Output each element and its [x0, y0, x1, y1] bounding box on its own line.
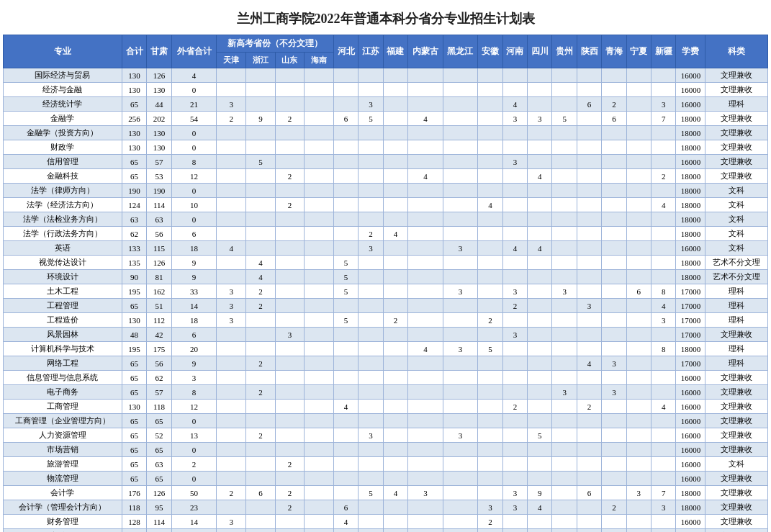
cell-waisheng: 54: [171, 112, 217, 126]
cell-xinjiang: [651, 385, 676, 400]
cell-sichuan: [528, 328, 552, 342]
cell-xinjiang: 3: [651, 97, 676, 112]
cell-anhui: [478, 284, 502, 299]
cell-zhejiang: 2: [246, 385, 276, 400]
cell-henan: [502, 443, 527, 457]
cell-jiangsu: [359, 256, 383, 270]
cell-zhejiang: [246, 184, 276, 198]
cell-waisheng: 12: [171, 400, 217, 414]
cell-xf: 18000: [676, 529, 705, 533]
cell-fujian: [383, 256, 407, 270]
cell-henan: 4: [502, 241, 527, 256]
header-xinjiang: 新疆: [651, 35, 676, 68]
cell-zhejiang: [246, 227, 276, 241]
cell-anhui: [478, 155, 502, 169]
table-row: 金融学256202542926543356718000文理兼收: [4, 112, 768, 126]
cell-sichuan: 9: [528, 486, 552, 500]
cell-sichuan: 4: [528, 500, 552, 515]
cell-heilongjiang: [443, 97, 478, 112]
cell-sichuan: 4: [528, 169, 552, 184]
cell-kl: 艺术不分文理: [705, 256, 768, 270]
cell-xf: 17000: [676, 284, 705, 299]
header-hainan: 海南: [305, 53, 334, 68]
cell-henan: [502, 371, 527, 385]
cell-henan: [502, 515, 527, 529]
cell-shandong: [275, 126, 305, 140]
cell-shandong: [275, 356, 305, 371]
cell-shaanxi: [577, 256, 601, 270]
cell-zhejiang: 6: [246, 486, 276, 500]
cell-xinjiang: [651, 515, 676, 529]
cell-anhui: [478, 212, 502, 227]
cell-sichuan: [528, 400, 552, 414]
cell-henan: [502, 256, 527, 270]
cell-shaanxi: [577, 500, 601, 515]
cell-henan: [502, 472, 527, 486]
table-row: 市场营销6565016000文理兼收: [4, 443, 768, 457]
cell-shandong: [275, 428, 305, 443]
cell-anhui: [478, 126, 502, 140]
cell-shaanxi: [577, 457, 601, 472]
cell-hainan: [305, 284, 334, 299]
cell-henan: 3: [502, 328, 527, 342]
cell-henan: [502, 457, 527, 472]
cell-neimenggu: [408, 126, 443, 140]
cell-total: 130: [122, 68, 146, 83]
cell-gansu: 162: [147, 284, 171, 299]
cell-xf: 18000: [676, 198, 705, 212]
cell-heilongjiang: [443, 169, 478, 184]
cell-shaanxi: 4: [577, 356, 601, 371]
cell-guizhou: [552, 83, 577, 97]
cell-anhui: [478, 443, 502, 457]
cell-xf: 16000: [676, 155, 705, 169]
cell-ningxia: [626, 256, 651, 270]
cell-hainan: [305, 126, 334, 140]
cell-tianjin: [217, 212, 246, 227]
cell-heilongjiang: [443, 198, 478, 212]
cell-major: 经济与金融: [4, 83, 122, 97]
cell-tianjin: 3: [217, 515, 246, 529]
cell-fujian: [383, 68, 407, 83]
cell-sichuan: [528, 299, 552, 313]
cell-major: 经济统计学: [4, 97, 122, 112]
cell-jiangsu: [359, 184, 383, 198]
cell-kl: 文理兼收: [705, 385, 768, 400]
cell-zhejiang: 2: [246, 428, 276, 443]
cell-guizhou: [552, 97, 577, 112]
cell-xinjiang: [651, 256, 676, 270]
cell-waisheng: 20: [171, 342, 217, 356]
cell-anhui: [478, 227, 502, 241]
cell-shaanxi: [577, 414, 601, 428]
cell-qinghai: [602, 328, 626, 342]
cell-hainan: [305, 328, 334, 342]
cell-heilongjiang: [443, 184, 478, 198]
cell-jiangsu: [359, 270, 383, 284]
cell-zhejiang: [246, 400, 276, 414]
cell-hebei: [333, 227, 358, 241]
cell-neimenggu: [408, 241, 443, 256]
cell-anhui: 3: [478, 500, 502, 515]
cell-xf: 16000: [676, 472, 705, 486]
cell-shaanxi: [577, 169, 601, 184]
cell-total: 130: [122, 313, 146, 328]
cell-major: 物流管理: [4, 472, 122, 486]
cell-waisheng: 33: [171, 284, 217, 299]
cell-total: 48: [122, 328, 146, 342]
cell-zhejiang: [246, 83, 276, 97]
cell-qinghai: [602, 313, 626, 328]
cell-fujian: [383, 342, 407, 356]
cell-hainan: [305, 169, 334, 184]
cell-major: 人力资源管理: [4, 428, 122, 443]
cell-tianjin: 3: [217, 313, 246, 328]
cell-major: 金融科技: [4, 169, 122, 184]
cell-shaanxi: 6: [577, 486, 601, 500]
cell-hebei: [333, 184, 358, 198]
cell-major: 财政学: [4, 140, 122, 155]
cell-fujian: [383, 140, 407, 155]
cell-ningxia: 6: [626, 284, 651, 299]
cell-xinjiang: [651, 328, 676, 342]
cell-qinghai: [602, 515, 626, 529]
cell-anhui: [478, 299, 502, 313]
cell-ningxia: [626, 443, 651, 457]
cell-shandong: [275, 184, 305, 198]
